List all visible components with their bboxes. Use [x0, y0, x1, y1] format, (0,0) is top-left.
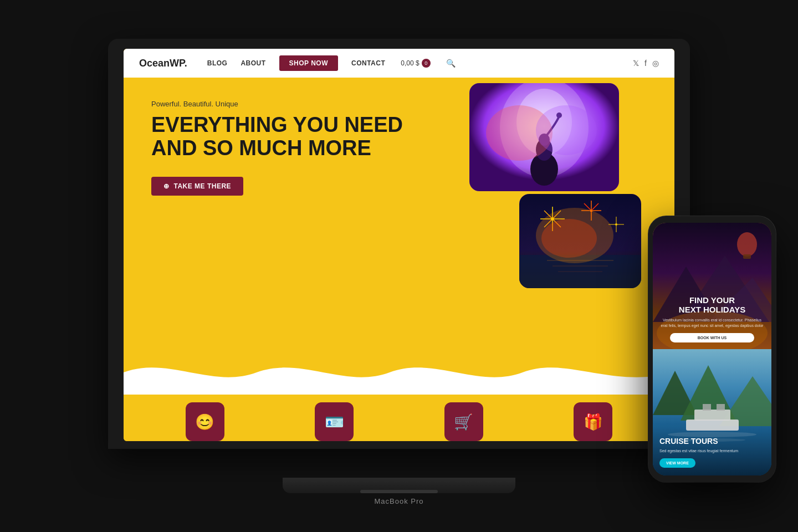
bottom-icon-strip: 😊 🪪 🛒 🎁	[124, 402, 674, 441]
hero-image-bottom	[519, 194, 641, 288]
icon-cart: 🛒	[444, 402, 483, 441]
laptop-screen: OceanWP. BLOG ABOUT SHOP NOW CONTACT 0,0…	[124, 49, 674, 441]
hero-cta-button[interactable]: ⊕ TAKE ME THERE	[151, 177, 243, 196]
laptop-bezel: OceanWP. BLOG ABOUT SHOP NOW CONTACT 0,0…	[108, 39, 690, 449]
search-icon[interactable]: 🔍	[446, 59, 456, 68]
phone-holidays-title: FIND YOURNEXT HOLIDAYS	[659, 295, 765, 315]
phone-holidays-section: FIND YOURNEXT HOLIDAYS Vestibulum lacini…	[653, 223, 771, 349]
phone-top-overlay	[653, 223, 771, 349]
phone-bezel: FIND YOURNEXT HOLIDAYS Vestibulum lacini…	[648, 216, 776, 482]
nav-blog[interactable]: BLOG	[207, 59, 228, 67]
navbar: OceanWP. BLOG ABOUT SHOP NOW CONTACT 0,0…	[124, 49, 674, 78]
svg-point-27	[615, 223, 617, 226]
logo: OceanWP.	[139, 58, 187, 69]
svg-point-8	[536, 105, 597, 155]
phone-cruise-section: CRUISE TOURS Sed egestas est vitae risus…	[653, 349, 771, 475]
instagram-icon[interactable]: ◎	[652, 59, 659, 68]
laptop: OceanWP. BLOG ABOUT SHOP NOW CONTACT 0,0…	[108, 39, 690, 493]
cart-price: 0,00 $	[401, 59, 419, 67]
hero-section: Powerful. Beautiful. Unique EVERYTHING Y…	[124, 78, 674, 441]
social-icons: 𝕏 f ◎	[633, 59, 659, 68]
laptop-base	[283, 478, 515, 493]
icon-card: 🪪	[315, 402, 354, 441]
laptop-notch	[360, 490, 438, 493]
hero-images	[469, 83, 641, 288]
cart-badge: 0	[422, 59, 431, 68]
icon-smiley: 😊	[186, 402, 224, 441]
phone-book-button[interactable]: BOOK WITH US	[670, 333, 754, 342]
phone-cruise-title: CRUISE TOURS	[659, 437, 765, 446]
phone-cruise-desc: Sed egestas est vitae risus feugiat ferm…	[659, 448, 765, 454]
nav-about[interactable]: ABOUT	[241, 59, 265, 67]
phone-screen: FIND YOURNEXT HOLIDAYS Vestibulum lacini…	[653, 223, 771, 475]
phone-holidays-desc: Vestibulum lacinia convallis erat id con…	[659, 318, 765, 329]
icon-gift: 🎁	[574, 402, 612, 441]
scene: OceanWP. BLOG ABOUT SHOP NOW CONTACT 0,0…	[39, 17, 759, 515]
hero-title: EVERYTHING YOU NEED AND SO MUCH MORE	[151, 114, 417, 160]
svg-point-33	[541, 219, 597, 258]
nav-cart[interactable]: 0,00 $ 0	[401, 59, 430, 68]
facebook-icon[interactable]: f	[644, 59, 647, 68]
twitter-icon[interactable]: 𝕏	[633, 59, 639, 68]
wave-decoration	[124, 350, 674, 397]
phone-bottom-overlay	[653, 349, 771, 475]
circle-arrow-icon: ⊕	[163, 182, 170, 190]
phone-view-button[interactable]: VIEW MORE	[659, 458, 695, 468]
nav-contact[interactable]: CONTACT	[351, 59, 385, 67]
laptop-label: MacBook Pro	[374, 497, 423, 505]
smartphone: FIND YOURNEXT HOLIDAYS Vestibulum lacini…	[648, 216, 776, 482]
hero-image-top	[469, 83, 619, 191]
nav-shop-button[interactable]: SHOP NOW	[279, 55, 338, 71]
